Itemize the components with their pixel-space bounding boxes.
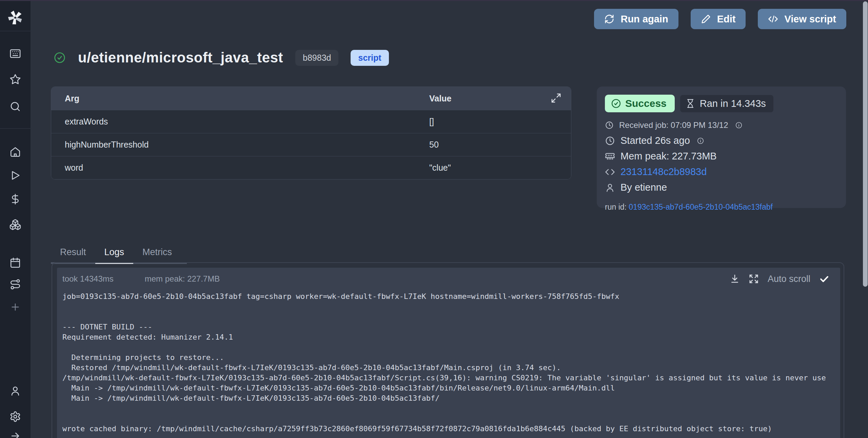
window-top-accent	[0, 0, 868, 1]
run-again-label: Run again	[620, 14, 668, 25]
checkmark-icon[interactable]	[819, 274, 829, 284]
windmill-logo[interactable]	[6, 9, 24, 26]
arg-value: []	[429, 117, 571, 127]
tab-logs[interactable]: Logs	[95, 244, 134, 264]
args-table-header: Arg Value	[51, 87, 571, 110]
header-actions: Run again Edit View script	[594, 9, 846, 29]
log-line: --- DOTNET BUILD ---	[62, 322, 840, 332]
arg-name: highNumberThreshold	[51, 140, 429, 150]
code-icon	[768, 14, 778, 24]
log-line: /tmp/windmill/wk-default-fbwfx-L7IeK/019…	[62, 373, 840, 383]
table-row: highNumberThreshold 50	[51, 133, 571, 156]
sidebar-divider	[0, 31, 31, 31]
log-line	[62, 414, 840, 424]
mem-peak-label: Mem peak: 227.73MB	[620, 151, 717, 162]
clock-icon	[605, 121, 614, 130]
args-table: Arg Value extraWords [] highNumberThresh…	[51, 87, 571, 179]
run-again-button[interactable]: Run again	[594, 9, 678, 29]
title-row: u/etienne/microsoft_java_test b8983d scr…	[54, 50, 389, 66]
duration-chip: Ran in 14.343s	[680, 95, 773, 112]
log-line: Determining projects to restore...	[62, 353, 840, 363]
play-icon[interactable]	[9, 170, 21, 181]
arg-name: extraWords	[51, 117, 429, 127]
run-id-label: run id:	[605, 203, 629, 211]
edit-button[interactable]: Edit	[691, 9, 746, 29]
table-row: word "clue"	[51, 156, 571, 179]
duration-label: Ran in 14.343s	[700, 98, 766, 109]
mem-peak-small-label: mem peak: 227.7MB	[145, 274, 220, 284]
boxes-icon[interactable]	[9, 218, 21, 231]
clock-icon	[605, 136, 615, 146]
view-script-button[interactable]: View script	[758, 9, 846, 29]
run-id-link[interactable]: 0193c135-ab7d-60e5-2b10-04b5ac13fabf	[629, 203, 773, 211]
search-icon[interactable]	[9, 101, 21, 112]
kind-badge: script	[351, 50, 389, 66]
code-icon	[605, 167, 615, 177]
view-script-label: View script	[784, 14, 836, 25]
log-line: Main -> /tmp/windmill/wk-default-fbwfx-L…	[62, 393, 840, 403]
plus-icon[interactable]	[10, 302, 21, 312]
arg-value: "clue"	[429, 163, 571, 173]
logs-panel: took 14343ms mem peak: 227.7MB Auto scro…	[57, 268, 840, 438]
success-check-icon	[54, 52, 66, 64]
home-icon[interactable]	[9, 146, 21, 158]
log-line	[62, 312, 840, 322]
refresh-icon	[604, 14, 614, 24]
log-line: Restored /tmp/windmill/wk-default-fbwfx-…	[62, 363, 840, 373]
received-job-label: Received job: 07:09 PM 13/12	[619, 120, 728, 130]
gear-icon[interactable]	[9, 411, 21, 422]
tab-metrics[interactable]: Metrics	[133, 244, 187, 264]
arrow-right-icon[interactable]	[9, 430, 21, 438]
info-icon[interactable]	[735, 121, 743, 129]
auto-scroll-label[interactable]: Auto scroll	[768, 274, 810, 284]
edit-label: Edit	[717, 14, 736, 25]
user-icon[interactable]	[9, 385, 21, 397]
page-scrollbar[interactable]	[863, 1, 868, 287]
created-by-label: By etienne	[620, 182, 667, 193]
started-label: Started 26s ago	[620, 135, 690, 146]
page-title: u/etienne/microsoft_java_test	[78, 50, 283, 66]
download-icon[interactable]	[730, 274, 740, 284]
log-line: Main -> /tmp/windmill/wk-default-fbwfx-L…	[62, 383, 840, 393]
logs-header: took 14343ms mem peak: 227.7MB Auto scro…	[62, 272, 840, 285]
arg-name: word	[51, 163, 429, 173]
dollar-icon[interactable]	[9, 193, 21, 205]
status-badge: Success	[605, 95, 675, 112]
info-icon[interactable]	[697, 137, 704, 145]
table-row: extraWords []	[51, 110, 571, 133]
sidebar-divider	[0, 128, 31, 129]
user-icon	[605, 183, 615, 193]
result-tabs: Result Logs Metrics	[51, 244, 187, 264]
check-circle-icon	[611, 98, 621, 109]
calendar-icon[interactable]	[9, 257, 21, 269]
log-line	[62, 302, 840, 312]
log-line: Requirement detected: Humanizer 2.14.1	[62, 332, 840, 342]
star-icon[interactable]	[9, 74, 21, 85]
pencil-icon	[701, 14, 711, 24]
tab-result[interactable]: Result	[51, 244, 95, 264]
log-line	[62, 403, 840, 414]
col-header-value: Value	[429, 94, 571, 103]
keyboard-icon[interactable]	[9, 48, 21, 59]
took-label: took 14343ms	[62, 274, 114, 284]
arg-value: 50	[429, 140, 571, 150]
status-panel: Success Ran in 14.343s Received job: 07:…	[597, 87, 846, 208]
version-hash-badge[interactable]: b8983d	[295, 50, 338, 66]
hourglass-icon	[686, 99, 695, 108]
expand-table-icon[interactable]	[551, 93, 561, 103]
script-hash-link[interactable]: 23131148c2b8983d	[620, 166, 707, 177]
log-output: job=0193c135-ab7d-60e5-2b10-04b5ac13fabf…	[62, 291, 840, 434]
log-line: wrote cached binary: /tmp/windmill/cache…	[62, 424, 840, 434]
route-icon[interactable]	[9, 279, 21, 290]
log-line: job=0193c135-ab7d-60e5-2b10-04b5ac13fabf…	[62, 291, 840, 302]
sidebar	[0, 0, 31, 438]
expand-logs-icon[interactable]	[749, 274, 759, 284]
col-header-arg: Arg	[51, 94, 429, 103]
memory-icon	[605, 151, 615, 161]
logs-container: took 14343ms mem peak: 227.7MB Auto scro…	[52, 262, 844, 438]
log-line	[62, 342, 840, 353]
status-label: Success	[625, 98, 667, 109]
